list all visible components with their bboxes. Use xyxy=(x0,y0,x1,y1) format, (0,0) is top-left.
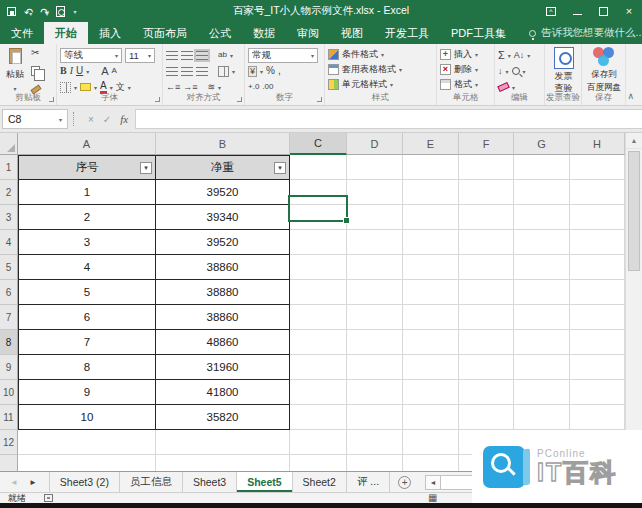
cell-H11[interactable] xyxy=(570,405,625,430)
cell-B3[interactable]: 39340 xyxy=(156,205,290,230)
cell-A4[interactable]: 3 xyxy=(18,230,156,255)
new-sheet-icon[interactable]: + xyxy=(398,476,411,489)
cell-H6[interactable] xyxy=(570,280,625,305)
bold-button[interactable]: B xyxy=(60,66,67,76)
cell-F5[interactable] xyxy=(459,255,514,280)
vertical-scrollbar-thumb[interactable] xyxy=(628,151,640,271)
cell-G7[interactable] xyxy=(514,305,570,330)
cell-G5[interactable] xyxy=(514,255,570,280)
cell-D4[interactable] xyxy=(347,230,403,255)
tab-formulas[interactable]: 公式 xyxy=(198,22,242,44)
cell-A9[interactable]: 8 xyxy=(18,355,156,380)
cell-E13[interactable] xyxy=(403,455,459,471)
format-cells-button[interactable]: 格式▾ xyxy=(440,77,492,92)
tab-home[interactable]: 开始 xyxy=(44,22,88,44)
cell-C13[interactable] xyxy=(290,455,347,471)
number-format-select[interactable]: 常规▾ xyxy=(248,48,318,63)
minimize-button[interactable] xyxy=(564,0,590,22)
cell-E6[interactable] xyxy=(403,280,459,305)
cell-D2[interactable] xyxy=(347,180,403,205)
column-header-A[interactable]: A xyxy=(18,133,156,155)
sheet-tab-4[interactable]: Sheet5 xyxy=(237,472,292,492)
cell-C1[interactable] xyxy=(290,155,347,180)
cell-G4[interactable] xyxy=(514,230,570,255)
cell-G10[interactable] xyxy=(514,380,570,405)
customize-qat-icon[interactable]: ▾ xyxy=(73,8,76,15)
decrease-decimal-button[interactable]: .00 xyxy=(262,83,273,91)
cell-A13[interactable] xyxy=(18,455,156,471)
borders-caret-icon[interactable]: ▾ xyxy=(74,84,77,91)
comma-style-button[interactable]: , xyxy=(278,66,281,76)
column-header-B[interactable]: B xyxy=(156,133,290,155)
fill-color-icon[interactable] xyxy=(80,83,91,91)
normal-view-icon[interactable]: ▦ xyxy=(428,492,437,503)
row-header-2[interactable]: 2 xyxy=(0,180,18,205)
tab-developer[interactable]: 开发工具 xyxy=(374,22,440,44)
row-header-12[interactable]: 12 xyxy=(0,430,18,455)
font-color-caret-icon[interactable]: ▾ xyxy=(110,84,113,91)
align-center-icon[interactable] xyxy=(181,67,193,76)
macro-record-icon[interactable] xyxy=(44,494,53,502)
cell-H8[interactable] xyxy=(570,330,625,355)
scroll-left-icon[interactable]: ◄ xyxy=(425,475,441,490)
cell-H7[interactable] xyxy=(570,305,625,330)
cell-A12[interactable] xyxy=(18,430,156,455)
cancel-icon[interactable]: × xyxy=(88,114,94,125)
cell-E10[interactable] xyxy=(403,380,459,405)
row-header-8[interactable]: 8 xyxy=(0,330,18,355)
cell-B10[interactable]: 41800 xyxy=(156,380,290,405)
format-as-table-button[interactable]: 套用表格格式▾ xyxy=(328,62,434,77)
align-top-icon[interactable] xyxy=(166,51,178,60)
cell-D11[interactable] xyxy=(347,405,403,430)
cell-D3[interactable] xyxy=(347,205,403,230)
cell-F8[interactable] xyxy=(459,330,514,355)
cell-E1[interactable] xyxy=(403,155,459,180)
cell-B2[interactable]: 39520 xyxy=(156,180,290,205)
vertical-scrollbar[interactable]: ▲ xyxy=(625,133,642,471)
cell-F2[interactable] xyxy=(459,180,514,205)
cell-D12[interactable] xyxy=(347,430,403,455)
autosum-caret-icon[interactable]: ▾ xyxy=(508,52,511,59)
sheet-nav-prev-icon[interactable]: ◄ xyxy=(10,478,18,487)
cell-C8[interactable] xyxy=(290,330,347,355)
sheet-tab-5[interactable]: Sheet2 xyxy=(293,472,347,492)
redo-button[interactable]: ↷▾ xyxy=(40,2,48,20)
cell-E5[interactable] xyxy=(403,255,459,280)
wrap-text-icon[interactable]: ≋ xyxy=(208,83,216,92)
cell-C5[interactable] xyxy=(290,255,347,280)
cell-E11[interactable] xyxy=(403,405,459,430)
cell-A6[interactable]: 5 xyxy=(18,280,156,305)
cell-C12[interactable] xyxy=(290,430,347,455)
borders-icon[interactable] xyxy=(60,82,71,93)
tab-view[interactable]: 视图 xyxy=(330,22,374,44)
increase-indent-icon[interactable]: →≡ xyxy=(183,83,197,92)
enter-icon[interactable]: ✓ xyxy=(103,114,111,125)
wrap-caret-icon[interactable]: ▾ xyxy=(218,84,221,91)
merge-caret-icon[interactable]: ▾ xyxy=(232,68,235,75)
column-header-G[interactable]: G xyxy=(514,133,570,155)
phonetic-caret-icon[interactable]: ▾ xyxy=(128,84,131,91)
sort-filter-icon[interactable]: A↓ xyxy=(514,51,525,60)
align-left-icon[interactable] xyxy=(166,67,178,76)
cell-A10[interactable]: 9 xyxy=(18,380,156,405)
cell-D9[interactable] xyxy=(347,355,403,380)
cell-A7[interactable]: 6 xyxy=(18,305,156,330)
cell-A1[interactable]: 序号▾ xyxy=(18,155,156,180)
cell-styles-button[interactable]: 单元格样式▾ xyxy=(328,77,434,92)
autosum-button[interactable]: Σ xyxy=(498,50,505,61)
fill-down-icon[interactable]: ↓ xyxy=(498,67,503,76)
cell-B12[interactable] xyxy=(156,430,290,455)
alignment-dialog-launcher-icon[interactable] xyxy=(237,97,242,102)
cell-H1[interactable] xyxy=(570,155,625,180)
cell-F6[interactable] xyxy=(459,280,514,305)
cell-B1[interactable]: 净重▾ xyxy=(156,155,290,180)
cell-E8[interactable] xyxy=(403,330,459,355)
fill-color-caret-icon[interactable]: ▾ xyxy=(94,84,97,91)
underline-button[interactable]: U xyxy=(76,66,83,76)
cell-B11[interactable]: 35820 xyxy=(156,405,290,430)
cut-icon[interactable]: ✂ xyxy=(31,48,41,58)
cell-B8[interactable]: 48860 xyxy=(156,330,290,355)
cell-F11[interactable] xyxy=(459,405,514,430)
tell-me-box[interactable]: 告诉我您想要做什么... xyxy=(529,22,642,44)
cell-H3[interactable] xyxy=(570,205,625,230)
